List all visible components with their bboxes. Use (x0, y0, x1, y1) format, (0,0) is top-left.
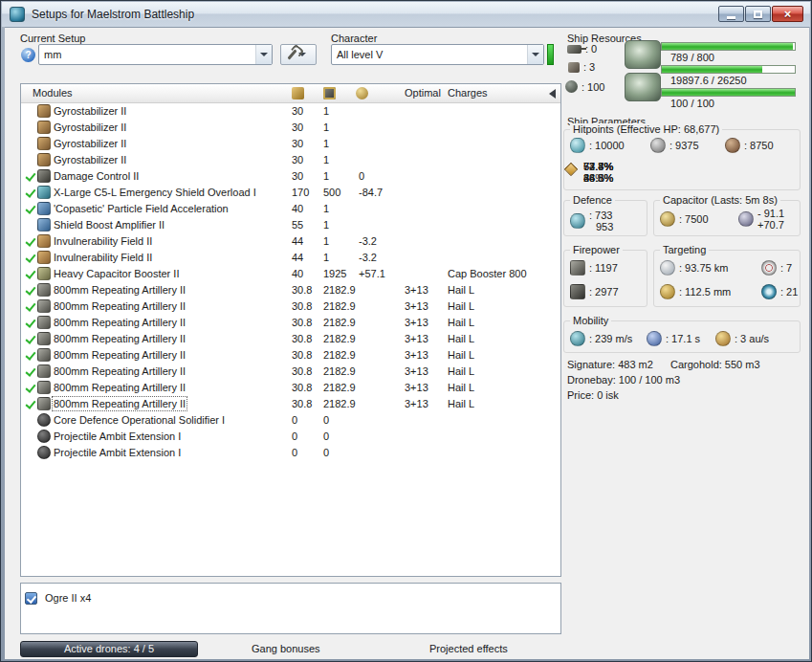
projected-effects-tab[interactable]: Projected effects (429, 643, 508, 654)
wrench-icon (287, 49, 296, 59)
charges-column-header[interactable]: Charges (448, 87, 488, 99)
mobility-group-label: Mobility (570, 315, 611, 326)
character-combobox-value: All level V (332, 49, 527, 60)
character-combobox[interactable]: All level V (331, 44, 544, 65)
signature-text: Signature: 483 m2 (567, 359, 653, 370)
module-cpu-value: 30.8 (292, 300, 312, 312)
module-grid-value: 2182.9 (323, 382, 356, 393)
module-grid-value: 1 (323, 235, 329, 247)
module-row[interactable]: Invulnerability Field II 44 1 -3.2 (21, 233, 560, 250)
module-active-check-icon (26, 106, 35, 116)
module-row[interactable]: Core Defence Operational Solidifier I 0 … (21, 412, 560, 429)
module-type-icon (37, 299, 51, 313)
module-row[interactable]: 800mm Repeating Artillery II 30.8 2182.9… (21, 364, 560, 380)
resist-pair: 77.4% 23.5% (564, 161, 613, 184)
module-optimal-value: 3+13 (405, 333, 428, 344)
module-row[interactable]: 'Copasetic' Particle Field Acceleration … (21, 201, 560, 217)
armor-hp-value: : 9375 (669, 140, 699, 151)
maximize-icon (754, 11, 762, 18)
setup-combobox-dropdown[interactable] (255, 45, 272, 64)
module-optimal-value: 3+13 (405, 317, 428, 328)
powergrid-column-icon[interactable] (323, 87, 336, 99)
modules-column-header[interactable]: Modules (33, 87, 73, 99)
module-grid-value: 1 (323, 252, 329, 263)
module-name: 800mm Repeating Artillery II (54, 382, 186, 393)
module-type-icon (37, 348, 51, 362)
resource-bar-fill (662, 66, 762, 73)
module-row[interactable]: Invulnerability Field II 44 1 -3.2 (21, 250, 560, 266)
targeting-group: Targeting : 93.75 km : 7 : 112.5 mm : 21 (653, 250, 801, 307)
shield-resist-value: 77.4% (583, 161, 613, 172)
module-row[interactable]: Gyrostabilizer II 30 1 (21, 136, 560, 152)
defence-group-label: Defence (570, 194, 615, 206)
module-active-check-icon (26, 285, 35, 295)
module-optimal-value: 3+13 (405, 365, 428, 377)
help-icon[interactable] (21, 48, 35, 62)
capacitor-group: Capacitor (Lasts: 5m 8s) : 7500 - 91.1 +… (653, 200, 801, 236)
module-row[interactable]: Gyrostabilizer II 30 1 (21, 120, 560, 136)
module-cpu-value: 44 (292, 252, 303, 263)
module-row[interactable]: Damage Control II 30 1 0 (21, 168, 560, 185)
module-type-icon (37, 234, 51, 248)
module-charge-value: Cap Booster 800 (448, 268, 527, 279)
setup-tools-button[interactable] (280, 44, 317, 65)
module-row[interactable]: X-Large C5-L Emergency Shield Overload I… (21, 185, 560, 201)
cpu-column-icon[interactable] (292, 87, 304, 99)
drones-panel: Ogre II x4 (20, 583, 561, 634)
module-grid-value: 500 (323, 187, 340, 198)
structure-icon (725, 138, 740, 153)
module-name: Gyrostabilizer II (54, 105, 126, 117)
capacitor-column-icon[interactable] (356, 87, 368, 99)
module-active-check-icon (26, 220, 35, 230)
dps-stat: : 2977 (570, 284, 619, 299)
titlebar[interactable]: Setups for Maelstrom Battleship × (2, 2, 810, 27)
dps-icon (570, 284, 585, 299)
module-row[interactable]: 800mm Repeating Artillery II 30.8 2182.9… (21, 347, 560, 364)
close-button[interactable]: × (772, 6, 803, 22)
module-row[interactable]: Gyrostabilizer II 30 1 (21, 103, 560, 120)
module-row[interactable]: 800mm Repeating Artillery II 30.8 2182.9… (21, 396, 560, 412)
module-row[interactable]: Gyrostabilizer II 30 1 (21, 152, 560, 168)
speed-stat: : 239 m/s (570, 331, 632, 346)
module-name: 800mm Repeating Artillery II (54, 398, 186, 409)
module-row[interactable]: 800mm Repeating Artillery II 30.8 2182.9… (21, 315, 560, 331)
module-type-icon (37, 381, 51, 394)
module-charge-value: Hail L (448, 382, 474, 393)
module-active-check-icon (26, 448, 35, 457)
volley-value: : 1197 (589, 262, 618, 274)
maximize-button[interactable] (745, 6, 771, 22)
client-area: Current Setup mm Character All level V S… (5, 27, 809, 659)
firepower-group-label: Firepower (570, 244, 623, 255)
module-row[interactable]: 800mm Repeating Artillery II 30.8 2182.9… (21, 380, 560, 396)
module-cpu-value: 30.8 (292, 365, 312, 377)
module-active-check-icon (26, 155, 35, 165)
capacitor-group-label: Capacitor (Lasts: 5m 8s) (660, 194, 780, 206)
character-combobox-dropdown[interactable] (527, 45, 543, 64)
module-active-check-icon (26, 431, 35, 441)
module-grid-value: 2182.9 (323, 300, 356, 312)
resistances: 54.7% 66% 63.8% 44.8% 72.8% 36.3% (564, 161, 800, 188)
module-row[interactable]: 800mm Repeating Artillery II 30.8 2182.9… (21, 282, 560, 298)
optimal-column-header[interactable]: Optimal (405, 87, 441, 99)
structure-hp: : 8750 (725, 138, 774, 153)
module-cpu-value: 30.8 (292, 349, 312, 361)
header-scroll-arrow-icon[interactable] (549, 89, 556, 99)
gang-bonuses-tab[interactable]: Gang bonuses (252, 643, 320, 654)
module-row[interactable]: 800mm Repeating Artillery II 30.8 2182.9… (21, 298, 560, 315)
setup-combobox[interactable]: mm (38, 44, 273, 65)
module-row[interactable]: 800mm Repeating Artillery II 30.8 2182.9… (21, 331, 560, 347)
module-optimal-value: 3+13 (405, 300, 428, 312)
module-row[interactable]: Shield Boost Amplifier II 55 1 (21, 217, 560, 233)
drone-checkbox[interactable] (25, 592, 37, 605)
firepower-group: Firepower : 1197 : 2977 (563, 250, 647, 307)
module-type-icon (37, 218, 51, 232)
module-row[interactable]: Projectile Ambit Extension I 0 0 (21, 445, 560, 461)
module-cpu-value: 0 (292, 430, 297, 442)
price-text: Price: 0 isk (567, 389, 619, 401)
module-row[interactable]: Heavy Capacitor Booster II 40 1925 +57.1… (21, 266, 560, 282)
drone-list-item[interactable]: Ogre II x4 (25, 588, 560, 607)
module-row[interactable]: Projectile Ambit Extension I 0 0 (21, 429, 560, 445)
active-drones-tab[interactable]: Active drones: 4 / 5 (20, 641, 198, 657)
turret-slots-value: : 0 (585, 43, 597, 55)
minimize-button[interactable] (718, 6, 744, 22)
